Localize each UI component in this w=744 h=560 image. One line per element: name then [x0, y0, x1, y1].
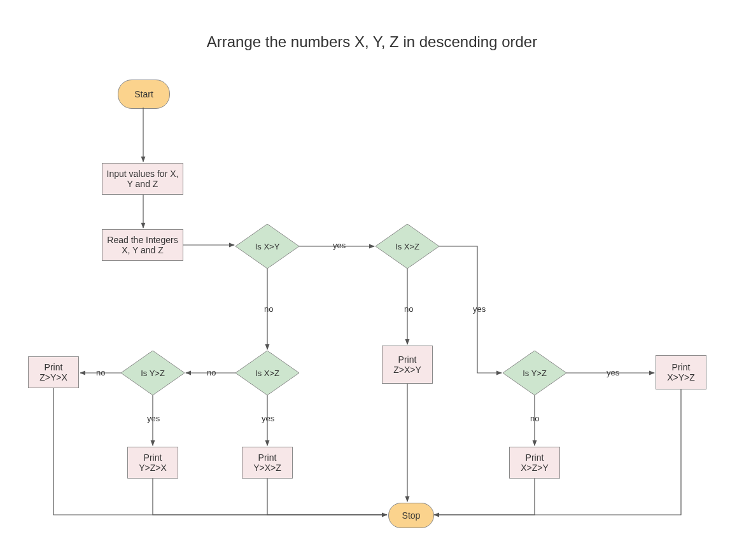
print-yzx: Print Y>Z>X: [127, 447, 178, 479]
decision-x-gt-z-top-label: Is X>Z: [376, 224, 439, 269]
start-label: Start: [134, 89, 153, 99]
read-label: Read the Integers X, Y and Z: [104, 235, 181, 255]
print-yzx-label: Print Y>Z>X: [129, 452, 176, 473]
label-yz-left-yes: yes: [145, 414, 162, 423]
label-xz-mid-no: no: [205, 368, 218, 377]
print-xyz: Print X>Y>Z: [656, 355, 706, 389]
decision-y-gt-z-left: Is Y>Z: [121, 351, 185, 395]
print-zyx-label: Print Z>Y>X: [30, 362, 77, 382]
print-yxz: Print Y>X>Z: [242, 447, 293, 479]
label-xy-no: no: [262, 304, 275, 314]
label-xz-top-no: no: [402, 304, 415, 314]
label-xy-yes: yes: [331, 241, 347, 250]
connectors: [0, 0, 744, 560]
decision-x-gt-z-top: Is X>Z: [376, 224, 439, 269]
decision-x-gt-y-label: Is X>Y: [235, 224, 299, 269]
decision-y-gt-z-right: Is Y>Z: [503, 351, 566, 395]
decision-x-gt-y: Is X>Y: [235, 224, 299, 269]
decision-x-gt-z-mid: Is X>Z: [235, 351, 299, 395]
input-label: Input values for X, Y and Z: [104, 169, 181, 189]
print-zxy-label: Print Z>X>Y: [384, 354, 431, 375]
label-yz-right-yes: yes: [605, 368, 621, 377]
decision-y-gt-z-left-label: Is Y>Z: [121, 351, 185, 395]
input-node: Input values for X, Y and Z: [102, 163, 183, 195]
print-zyx: Print Z>Y>X: [28, 356, 79, 388]
label-xz-top-yes: yes: [471, 304, 488, 314]
print-yxz-label: Print Y>X>Z: [244, 452, 291, 473]
read-node: Read the Integers X, Y and Z: [102, 229, 183, 261]
print-xzy: Print X>Z>Y: [509, 447, 560, 479]
label-yz-right-no: no: [528, 414, 541, 423]
label-xz-mid-yes: yes: [260, 414, 276, 423]
print-xzy-label: Print X>Z>Y: [511, 452, 558, 473]
print-zxy: Print Z>X>Y: [382, 346, 433, 384]
decision-x-gt-z-mid-label: Is X>Z: [235, 351, 299, 395]
start-node: Start: [118, 80, 170, 109]
stop-node: Stop: [388, 503, 434, 528]
print-xyz-label: Print X>Y>Z: [657, 362, 705, 382]
decision-y-gt-z-right-label: Is Y>Z: [503, 351, 566, 395]
label-yz-left-no: no: [94, 368, 107, 377]
diagram-title: Arrange the numbers X, Y, Z in descendin…: [0, 33, 744, 51]
stop-label: Stop: [402, 510, 421, 521]
